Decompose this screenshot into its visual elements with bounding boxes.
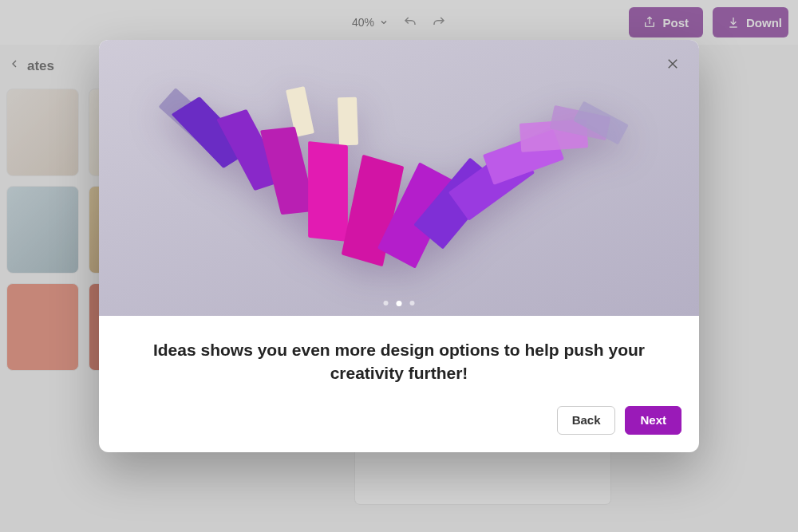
pagination-dot[interactable] bbox=[384, 301, 389, 305]
back-button[interactable]: Back bbox=[557, 406, 616, 435]
close-button[interactable] bbox=[659, 51, 686, 78]
pagination-dot-active[interactable] bbox=[397, 301, 402, 306]
pagination-dot[interactable] bbox=[410, 301, 415, 305]
pagination-dots bbox=[384, 301, 415, 306]
close-icon bbox=[666, 61, 680, 73]
dialog-hero bbox=[99, 40, 699, 316]
dialog-body: Ideas shows you even more design options… bbox=[99, 316, 699, 398]
onboarding-dialog: Ideas shows you even more design options… bbox=[99, 40, 699, 452]
next-button[interactable]: Next bbox=[625, 406, 681, 435]
dialog-headline: Ideas shows you even more design options… bbox=[131, 338, 667, 385]
hero-ribbon-art bbox=[99, 40, 699, 316]
dialog-actions: Back Next bbox=[99, 398, 699, 452]
